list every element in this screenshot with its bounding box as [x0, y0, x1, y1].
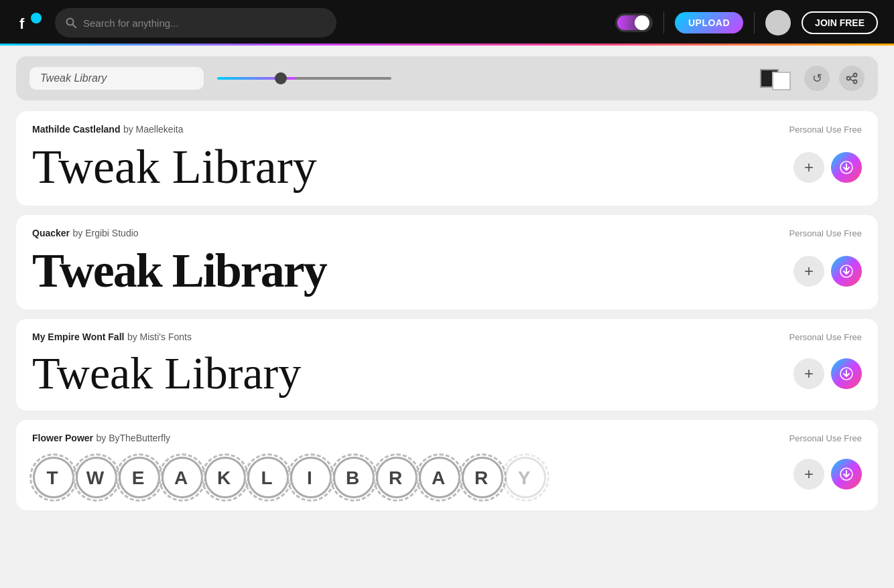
flower-letter-4: K [204, 457, 246, 498]
toolbar-actions: ↺ [804, 66, 865, 91]
font-name-0: Mathilde Castleland [32, 124, 120, 135]
font-card-2: My Empire Wont Fall by Misti's Fonts Per… [16, 319, 878, 411]
add-font-button-3[interactable]: + [793, 459, 824, 490]
font-info-2: My Empire Wont Fall by Misti's Fonts [32, 331, 192, 343]
refresh-button[interactable]: ↺ [804, 66, 830, 91]
font-card-1: Quacker by Ergibi Studio Personal Use Fr… [16, 215, 878, 309]
flower-letter-1: W [76, 457, 117, 498]
svg-point-7 [854, 80, 857, 84]
download-icon-0 [840, 161, 853, 174]
flower-letter-0: T [33, 457, 74, 498]
avatar[interactable] [765, 10, 791, 35]
font-preview-1: Tweak Library [32, 244, 326, 297]
flower-letter-3: A [162, 457, 203, 498]
font-preview-row-1: Tweak Library + [32, 244, 862, 297]
download-icon-1 [840, 265, 853, 278]
font-preview-row-2: Tweak Library + [32, 348, 862, 398]
font-card-header-1: Quacker by Ergibi Studio Personal Use Fr… [32, 227, 862, 239]
size-slider[interactable] [217, 77, 391, 80]
share-icon [846, 72, 858, 84]
share-button[interactable] [839, 66, 865, 91]
font-author-0: by Maellekeita [123, 124, 184, 135]
add-font-button-1[interactable]: + [793, 256, 824, 287]
font-card-header-3: Flower Power by ByTheButterfly Personal … [32, 432, 862, 444]
font-actions-2: + [793, 358, 862, 389]
svg-line-8 [850, 76, 854, 78]
font-license-1: Personal Use Free [789, 228, 862, 238]
font-actions-1: + [793, 256, 862, 287]
flower-letter-7: B [333, 457, 375, 498]
header: f UPLOAD JOIN FREE [0, 0, 894, 46]
flower-letter-10: R [462, 457, 503, 498]
flower-letter-6: I [290, 457, 332, 498]
font-card-header-0: Mathilde Castleland by Maellekeita Perso… [32, 123, 862, 135]
font-info-1: Quacker by Ergibi Studio [32, 227, 139, 239]
svg-point-5 [854, 74, 857, 77]
font-actions-0: + [793, 152, 862, 183]
download-button-1[interactable] [831, 256, 862, 287]
font-preview-0: Tweak Library [32, 141, 317, 194]
main-content: ↺ Mathilde Castleland by Maellekeita Per… [0, 46, 894, 530]
font-card-3: Flower Power by ByTheButterfly Personal … [16, 420, 878, 510]
flower-letter-8: R [376, 457, 418, 498]
svg-point-2 [31, 13, 42, 23]
font-license-2: Personal Use Free [789, 332, 862, 342]
toggle-knob [635, 15, 649, 30]
search-input[interactable] [83, 17, 326, 29]
add-font-button-2[interactable]: + [793, 358, 824, 389]
svg-line-4 [73, 25, 76, 28]
upload-button[interactable]: UPLOAD [675, 12, 743, 33]
font-preview-row-3: TWEAKLIBRARY + [32, 449, 862, 498]
fontspace-logo: f [16, 9, 44, 37]
search-bar [55, 8, 336, 38]
size-slider-container [217, 77, 747, 80]
preview-toolbar: ↺ [16, 56, 878, 100]
font-card-0: Mathilde Castleland by Maellekeita Perso… [16, 111, 878, 206]
download-button-0[interactable] [831, 152, 862, 183]
add-font-button-0[interactable]: + [793, 152, 824, 183]
font-info-0: Mathilde Castleland by Maellekeita [32, 123, 183, 135]
font-author-3: by ByTheButterfly [96, 433, 170, 443]
flower-letter-5: L [247, 457, 289, 498]
download-button-2[interactable] [831, 358, 862, 389]
svg-line-9 [850, 79, 854, 81]
font-author-1: by Ergibi Studio [73, 228, 139, 238]
download-icon-3 [840, 467, 853, 481]
flower-letter-11: Y [505, 457, 546, 498]
color-white[interactable] [772, 72, 791, 90]
font-license-0: Personal Use Free [789, 125, 862, 135]
font-license-3: Personal Use Free [789, 433, 862, 443]
font-info-3: Flower Power by ByTheButterfly [32, 432, 170, 444]
flower-letter-2: E [119, 457, 160, 498]
font-preview-3: TWEAKLIBRARY [32, 449, 547, 498]
header-right: UPLOAD JOIN FREE [615, 10, 878, 35]
color-selector[interactable] [760, 66, 791, 90]
font-name-2: My Empire Wont Fall [32, 332, 124, 342]
join-button[interactable]: JOIN FREE [802, 11, 878, 34]
font-actions-3: + [793, 459, 862, 490]
font-preview-2: Tweak Library [32, 348, 301, 398]
font-name-1: Quacker [32, 228, 70, 238]
svg-text:f: f [19, 15, 25, 32]
dark-mode-toggle[interactable] [615, 13, 653, 32]
download-button-3[interactable] [831, 459, 862, 490]
divider-2 [754, 12, 755, 33]
toggle-track [617, 15, 651, 30]
flower-letter-9: A [419, 457, 460, 498]
font-name-3: Flower Power [32, 433, 93, 443]
font-author-2: by Misti's Fonts [127, 332, 192, 342]
svg-point-6 [847, 77, 850, 80]
download-icon-2 [840, 367, 853, 380]
preview-text-input[interactable] [29, 67, 204, 90]
search-icon [66, 17, 76, 28]
divider-1 [663, 12, 664, 33]
logo[interactable]: f [16, 9, 44, 37]
font-card-header-2: My Empire Wont Fall by Misti's Fonts Per… [32, 331, 862, 343]
font-preview-row-0: Tweak Library + [32, 141, 862, 194]
